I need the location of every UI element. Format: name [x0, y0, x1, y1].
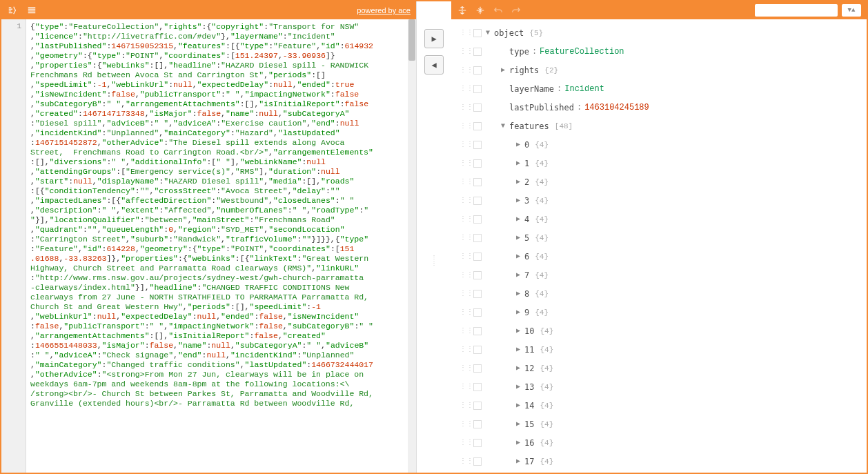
- checkbox-icon[interactable]: [473, 66, 482, 75]
- drag-handle-icon[interactable]: ⋮⋮: [462, 420, 471, 428]
- drag-handle-icon[interactable]: ⋮⋮: [462, 234, 471, 242]
- tree-row[interactable]: ⋮⋮▶14{4}: [454, 396, 864, 415]
- expand-arrow-icon[interactable]: ▶: [516, 250, 524, 263]
- expand-arrow-icon[interactable]: ▶: [516, 399, 524, 412]
- expand-arrow-icon[interactable]: ▼: [501, 120, 509, 132]
- tree-row[interactable]: ⋮⋮▶17{4}: [454, 452, 864, 471]
- send-right-button[interactable]: ▶: [424, 29, 444, 48]
- expand-arrow-icon[interactable]: ▶: [516, 418, 524, 431]
- drag-handle-icon[interactable]: ⋮⋮: [462, 364, 471, 373]
- tree-row[interactable]: ⋮⋮▼features[48]: [454, 117, 864, 135]
- drag-handle-icon[interactable]: ⋮⋮: [462, 66, 471, 75]
- drag-handle-icon[interactable]: ⋮⋮: [462, 271, 471, 279]
- drag-handle-icon[interactable]: ⋮⋮: [462, 122, 471, 130]
- expand-arrow-icon[interactable]: ▶: [516, 213, 524, 226]
- drag-handle-icon[interactable]: ⋮⋮: [431, 254, 437, 266]
- search-input[interactable]: [755, 4, 838, 17]
- checkbox-icon[interactable]: [473, 178, 482, 186]
- drag-handle-icon[interactable]: ⋮⋮: [462, 159, 471, 168]
- tree-row[interactable]: ⋮⋮▶13{4}: [454, 377, 864, 396]
- tree-row[interactable]: ⋮⋮▶6{4}: [454, 247, 864, 266]
- tree-row[interactable]: ⋮⋮▶8{4}: [454, 284, 864, 303]
- tree-row[interactable]: ⋮⋮▶2{4}: [454, 172, 864, 191]
- checkbox-icon[interactable]: [473, 141, 482, 149]
- tree-row[interactable]: ⋮⋮▶0{4}: [454, 135, 864, 154]
- scrollbar[interactable]: [408, 19, 416, 473]
- checkbox-icon[interactable]: [473, 215, 482, 224]
- drag-handle-icon[interactable]: ⋮⋮: [462, 85, 471, 93]
- expand-icon[interactable]: [457, 5, 468, 16]
- expand-arrow-icon[interactable]: ▶: [516, 288, 524, 300]
- expand-arrow-icon[interactable]: ▶: [516, 269, 524, 282]
- checkbox-icon[interactable]: [473, 122, 482, 130]
- checkbox-icon[interactable]: [473, 308, 482, 317]
- tree-row[interactable]: ⋮⋮lastPublished:1463104245189: [454, 98, 864, 117]
- tree-row[interactable]: ⋮⋮▶rights{2}: [454, 61, 864, 79]
- drag-handle-icon[interactable]: ⋮⋮: [462, 383, 471, 391]
- tree-row[interactable]: ⋮⋮▶5{4}: [454, 228, 864, 247]
- expand-arrow-icon[interactable]: ▶: [516, 325, 524, 337]
- options-dropdown[interactable]: ▼▲: [842, 4, 861, 17]
- drag-handle-icon[interactable]: ⋮⋮: [462, 48, 471, 56]
- format-icon[interactable]: [7, 5, 18, 16]
- send-left-button[interactable]: ◀: [424, 55, 444, 75]
- expand-arrow-icon[interactable]: ▶: [501, 64, 509, 77]
- checkbox-icon[interactable]: [473, 420, 482, 428]
- checkbox-icon[interactable]: [473, 402, 482, 410]
- drag-handle-icon[interactable]: ⋮⋮: [462, 253, 471, 261]
- expand-arrow-icon[interactable]: ▶: [516, 437, 524, 449]
- checkbox-icon[interactable]: [473, 159, 482, 168]
- expand-arrow-icon[interactable]: ▶: [516, 455, 524, 468]
- checkbox-icon[interactable]: [473, 253, 482, 261]
- tree-row[interactable]: ⋮⋮▶16{4}: [454, 433, 864, 452]
- json-tree[interactable]: ⋮⋮▼object{5}⋮⋮type:FeatureCollection⋮⋮▶r…: [451, 19, 867, 473]
- drag-handle-icon[interactable]: ⋮⋮: [462, 346, 471, 354]
- drag-handle-icon[interactable]: ⋮⋮: [462, 290, 471, 298]
- tree-row[interactable]: ⋮⋮▶11{4}: [454, 340, 864, 359]
- expand-arrow-icon[interactable]: ▶: [516, 306, 524, 319]
- checkbox-icon[interactable]: [473, 364, 482, 373]
- tree-row[interactable]: ⋮⋮▶1{4}: [454, 154, 864, 172]
- checkbox-icon[interactable]: [473, 48, 482, 56]
- checkbox-icon[interactable]: [473, 29, 482, 37]
- expand-arrow-icon[interactable]: ▼: [486, 27, 494, 39]
- collapse-icon[interactable]: [475, 5, 486, 16]
- drag-handle-icon[interactable]: ⋮⋮: [462, 103, 471, 112]
- expand-arrow-icon[interactable]: ▶: [516, 139, 524, 151]
- expand-arrow-icon[interactable]: ▶: [516, 344, 524, 356]
- scroll-thumb[interactable]: [408, 19, 415, 61]
- checkbox-icon[interactable]: [473, 439, 482, 447]
- tree-row[interactable]: ⋮⋮▶7{4}: [454, 266, 864, 284]
- drag-handle-icon[interactable]: ⋮⋮: [462, 29, 471, 37]
- drag-handle-icon[interactable]: ⋮⋮: [462, 197, 471, 205]
- expand-arrow-icon[interactable]: ▶: [516, 362, 524, 375]
- checkbox-icon[interactable]: [473, 103, 482, 112]
- tree-row[interactable]: ⋮⋮▶3{4}: [454, 191, 864, 210]
- tree-row[interactable]: ⋮⋮layerName:Incident: [454, 79, 864, 98]
- checkbox-icon[interactable]: [473, 457, 482, 466]
- tree-row[interactable]: ⋮⋮▶10{4}: [454, 322, 864, 340]
- expand-arrow-icon[interactable]: ▶: [516, 157, 524, 170]
- drag-handle-icon[interactable]: ⋮⋮: [462, 308, 471, 317]
- tree-row[interactable]: ⋮⋮▼object{5}: [454, 23, 864, 42]
- checkbox-icon[interactable]: [473, 327, 482, 335]
- checkbox-icon[interactable]: [473, 271, 482, 279]
- tree-row[interactable]: ⋮⋮▶12{4}: [454, 359, 864, 377]
- drag-handle-icon[interactable]: ⋮⋮: [462, 457, 471, 466]
- expand-arrow-icon[interactable]: ▶: [516, 195, 524, 207]
- checkbox-icon[interactable]: [473, 383, 482, 391]
- redo-icon[interactable]: [511, 5, 522, 16]
- compact-icon[interactable]: [26, 5, 37, 16]
- tree-row[interactable]: ⋮⋮▶4{4}: [454, 210, 864, 228]
- tree-row[interactable]: ⋮⋮▶15{4}: [454, 415, 864, 433]
- drag-handle-icon[interactable]: ⋮⋮: [462, 439, 471, 447]
- expand-arrow-icon[interactable]: ▶: [516, 176, 524, 188]
- checkbox-icon[interactable]: [473, 346, 482, 354]
- checkbox-icon[interactable]: [473, 197, 482, 205]
- drag-handle-icon[interactable]: ⋮⋮: [462, 141, 471, 149]
- drag-handle-icon[interactable]: ⋮⋮: [462, 178, 471, 186]
- drag-handle-icon[interactable]: ⋮⋮: [462, 402, 471, 410]
- undo-icon[interactable]: [493, 5, 504, 16]
- expand-arrow-icon[interactable]: ▶: [516, 381, 524, 393]
- tree-row[interactable]: ⋮⋮▶9{4}: [454, 303, 864, 322]
